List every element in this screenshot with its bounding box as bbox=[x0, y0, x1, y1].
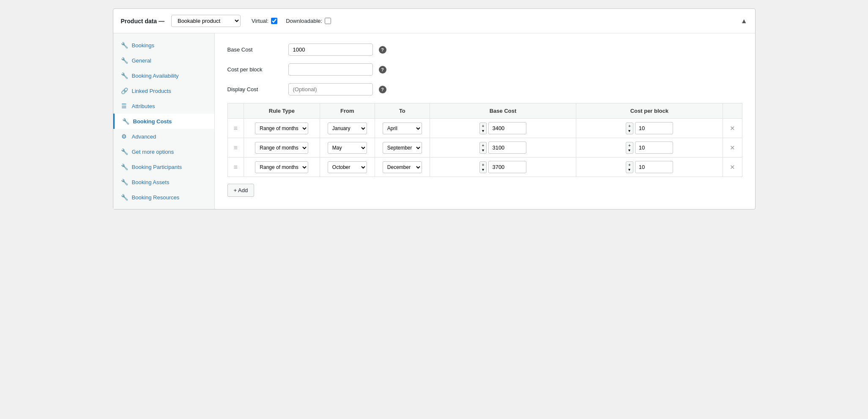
sidebar-item-booking-participants[interactable]: 🔧 Booking Participants bbox=[113, 159, 214, 174]
advanced-icon: ⚙ bbox=[121, 133, 128, 140]
table-row: ≡Range of monthsDate rangeTime rangeRang… bbox=[227, 158, 742, 177]
cost-per-block-help-icon[interactable]: ? bbox=[379, 66, 386, 73]
base-cost-value-input[interactable] bbox=[488, 122, 526, 134]
attributes-icon: ☰ bbox=[121, 103, 128, 109]
virtual-label: Virtual: bbox=[252, 18, 268, 24]
remove-row-button[interactable]: ✕ bbox=[727, 143, 738, 152]
remove-row-button[interactable]: ✕ bbox=[727, 163, 738, 172]
from-select[interactable]: JanuaryFebruaryMarchAprilMayJuneJulyAugu… bbox=[328, 122, 367, 134]
sidebar-item-advanced[interactable]: ⚙ Advanced bbox=[113, 129, 214, 144]
sidebar-item-linked-products[interactable]: 🔗 Linked Products bbox=[113, 83, 214, 98]
display-cost-help-icon[interactable]: ? bbox=[379, 86, 386, 93]
sidebar-item-booking-availability-label: Booking Availability bbox=[132, 73, 179, 79]
cpb-value-input[interactable] bbox=[635, 122, 673, 134]
cpb-value-input[interactable] bbox=[635, 141, 673, 154]
rule-type-select[interactable]: Range of monthsDate rangeTime rangeRange… bbox=[255, 142, 308, 154]
th-drag bbox=[227, 103, 244, 119]
bookings-icon: 🔧 bbox=[121, 42, 128, 49]
drag-handle-cell: ≡ bbox=[227, 138, 244, 158]
sidebar-item-general-label: General bbox=[132, 57, 151, 64]
drag-handle-cell: ≡ bbox=[227, 158, 244, 177]
th-base-cost: Base Cost bbox=[430, 103, 576, 119]
sidebar-item-booking-costs-label: Booking Costs bbox=[133, 118, 172, 125]
downloadable-checkbox[interactable] bbox=[325, 18, 331, 24]
sidebar-item-booking-costs[interactable]: 🔧 Booking Costs bbox=[113, 114, 214, 129]
remove-cell: ✕ bbox=[723, 138, 742, 158]
virtual-checkbox[interactable] bbox=[271, 18, 277, 24]
drag-handle[interactable]: ≡ bbox=[232, 142, 239, 153]
collapse-button[interactable]: ▲ bbox=[741, 17, 748, 25]
base-cost-cell: +▾ bbox=[430, 158, 576, 177]
table-header-row: Rule Type From To Base Cost Cost per blo… bbox=[227, 103, 742, 119]
general-icon: 🔧 bbox=[121, 57, 128, 64]
base-cost-modifier-btn[interactable]: +▾ bbox=[479, 142, 487, 154]
sidebar-item-linked-products-label: Linked Products bbox=[132, 88, 171, 94]
from-cell: JanuaryFebruaryMarchAprilMayJuneJulyAugu… bbox=[320, 138, 375, 158]
display-cost-label: Display Cost bbox=[227, 86, 282, 93]
sidebar-item-booking-assets[interactable]: 🔧 Booking Assets bbox=[113, 174, 214, 190]
booking-resources-icon: 🔧 bbox=[121, 194, 128, 201]
product-options: Virtual: Downloadable: bbox=[252, 18, 331, 24]
sidebar-item-attributes-label: Attributes bbox=[132, 103, 155, 109]
rule-type-cell: Range of monthsDate rangeTime rangeRange… bbox=[244, 158, 320, 177]
cpb-modifier-btn[interactable]: +▾ bbox=[626, 161, 633, 173]
remove-row-button[interactable]: ✕ bbox=[727, 124, 738, 133]
sidebar-item-booking-resources[interactable]: 🔧 Booking Resources bbox=[113, 190, 214, 205]
booking-participants-icon: 🔧 bbox=[121, 163, 128, 170]
virtual-checkbox-label: Virtual: bbox=[252, 18, 277, 24]
sidebar-item-get-more-options[interactable]: 🔧 Get more options bbox=[113, 144, 214, 159]
display-cost-input[interactable] bbox=[288, 83, 373, 95]
drag-handle[interactable]: ≡ bbox=[232, 162, 239, 172]
rule-type-select[interactable]: Range of monthsDate rangeTime rangeRange… bbox=[255, 122, 308, 134]
display-cost-row: Display Cost ? bbox=[227, 83, 742, 95]
base-cost-modifier-btn[interactable]: +▾ bbox=[479, 161, 487, 173]
cost-per-block-input[interactable] bbox=[288, 63, 373, 76]
th-cost-per-block: Cost per block bbox=[576, 103, 723, 119]
base-cost-value-input[interactable] bbox=[488, 141, 526, 154]
sidebar-item-booking-availability[interactable]: 🔧 Booking Availability bbox=[113, 68, 214, 83]
booking-costs-icon: 🔧 bbox=[122, 118, 129, 125]
drag-handle[interactable]: ≡ bbox=[232, 123, 239, 133]
to-select[interactable]: JanuaryFebruaryMarchAprilMayJuneJulyAugu… bbox=[383, 122, 422, 134]
sidebar-item-booking-resources-label: Booking Resources bbox=[132, 194, 180, 201]
to-select[interactable]: JanuaryFebruaryMarchAprilMayJuneJulyAugu… bbox=[383, 142, 422, 154]
base-cost-input[interactable] bbox=[288, 44, 373, 56]
from-cell: JanuaryFebruaryMarchAprilMayJuneJulyAugu… bbox=[320, 158, 375, 177]
to-cell: JanuaryFebruaryMarchAprilMayJuneJulyAugu… bbox=[375, 119, 430, 138]
cost-per-block-label: Cost per block bbox=[227, 66, 282, 73]
to-select[interactable]: JanuaryFebruaryMarchAprilMayJuneJulyAugu… bbox=[383, 161, 422, 173]
sidebar-item-general[interactable]: 🔧 General bbox=[113, 53, 214, 68]
to-cell: JanuaryFebruaryMarchAprilMayJuneJulyAugu… bbox=[375, 158, 430, 177]
add-rule-button[interactable]: + Add bbox=[227, 184, 255, 197]
sidebar-item-bookings[interactable]: 🔧 Bookings bbox=[113, 38, 214, 53]
remove-cell: ✕ bbox=[723, 158, 742, 177]
cost-per-block-row: Cost per block ? bbox=[227, 63, 742, 76]
th-rule-type: Rule Type bbox=[244, 103, 320, 119]
sidebar-item-bookings-label: Bookings bbox=[132, 42, 154, 49]
th-from: From bbox=[320, 103, 375, 119]
sidebar-item-advanced-label: Advanced bbox=[132, 133, 156, 140]
table-row: ≡Range of monthsDate rangeTime rangeRang… bbox=[227, 138, 742, 158]
booking-availability-icon: 🔧 bbox=[121, 72, 128, 79]
base-cost-row: Base Cost ? bbox=[227, 44, 742, 56]
cpb-cell: +▾ bbox=[576, 138, 723, 158]
sidebar-item-attributes[interactable]: ☰ Attributes bbox=[113, 98, 214, 114]
from-select[interactable]: JanuaryFebruaryMarchAprilMayJuneJulyAugu… bbox=[328, 161, 367, 173]
base-cost-value-input[interactable] bbox=[488, 161, 526, 173]
base-cost-cell: +▾ bbox=[430, 119, 576, 138]
rule-type-cell: Range of monthsDate rangeTime rangeRange… bbox=[244, 119, 320, 138]
from-select[interactable]: JanuaryFebruaryMarchAprilMayJuneJulyAugu… bbox=[328, 142, 367, 154]
cpb-modifier-btn[interactable]: +▾ bbox=[626, 122, 633, 134]
from-cell: JanuaryFebruaryMarchAprilMayJuneJulyAugu… bbox=[320, 119, 375, 138]
base-cost-cell: +▾ bbox=[430, 138, 576, 158]
downloadable-label: Downloadable: bbox=[286, 18, 322, 24]
panel-header: Product data — Bookable product Simple p… bbox=[113, 9, 755, 33]
cpb-modifier-btn[interactable]: +▾ bbox=[626, 142, 633, 154]
product-type-select[interactable]: Bookable product Simple product Grouped … bbox=[171, 15, 241, 27]
base-cost-help-icon[interactable]: ? bbox=[379, 46, 386, 54]
cpb-value-input[interactable] bbox=[635, 161, 673, 173]
rule-type-select[interactable]: Range of monthsDate rangeTime rangeRange… bbox=[255, 161, 308, 173]
to-cell: JanuaryFebruaryMarchAprilMayJuneJulyAugu… bbox=[375, 138, 430, 158]
base-cost-modifier-btn[interactable]: +▾ bbox=[479, 122, 487, 134]
sidebar: 🔧 Bookings 🔧 General 🔧 Booking Availabil… bbox=[113, 33, 215, 209]
